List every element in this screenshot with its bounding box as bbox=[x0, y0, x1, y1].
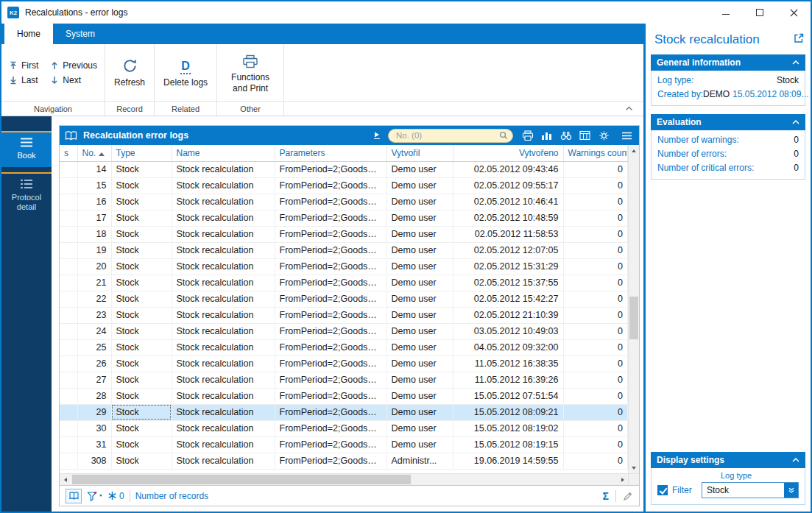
next-icon bbox=[50, 76, 59, 85]
cell-created-by: Administr... bbox=[386, 453, 453, 469]
dropdown-button[interactable] bbox=[784, 483, 798, 498]
previous-button[interactable]: Previous bbox=[50, 60, 97, 71]
scroll-left-button[interactable] bbox=[60, 474, 71, 485]
critical-errors-label: Number of critical errors: bbox=[657, 163, 754, 173]
open-external-icon[interactable] bbox=[794, 33, 804, 43]
grid-menu-icon[interactable] bbox=[620, 128, 634, 143]
filter-icon bbox=[87, 491, 97, 501]
column-header-vytvoril[interactable]: Vytvořil bbox=[386, 145, 453, 161]
sidebar-item-protocol-detail[interactable]: Protocol detail bbox=[1, 172, 52, 219]
table-row[interactable]: 26 Stock Stock recalculation FromPeriod=… bbox=[60, 355, 628, 372]
scroll-up-button[interactable] bbox=[629, 145, 639, 156]
search-icon[interactable] bbox=[499, 131, 508, 140]
search-input[interactable] bbox=[388, 129, 513, 143]
grid-title: Recalculation error logs bbox=[83, 130, 188, 141]
chart-icon[interactable] bbox=[540, 128, 554, 143]
column-header-s[interactable]: s bbox=[60, 145, 77, 161]
tab-system[interactable]: System bbox=[53, 24, 107, 44]
cell-created-by: Demo user bbox=[386, 388, 453, 404]
table-row[interactable]: 19 Stock Stock recalculation FromPeriod=… bbox=[60, 242, 628, 258]
cell-warnings-count: 0 bbox=[563, 194, 628, 210]
table-row[interactable]: 28 Stock Stock recalculation FromPeriod=… bbox=[60, 388, 628, 404]
functions-print-button[interactable]: Functions and Print bbox=[225, 51, 276, 94]
table-row[interactable]: 14 Stock Stock recalculation FromPeriod=… bbox=[60, 161, 628, 177]
table-row[interactable]: 18 Stock Stock recalculation FromPeriod=… bbox=[60, 226, 628, 242]
cell-no: 29 bbox=[77, 404, 111, 420]
column-header-name[interactable]: Name bbox=[172, 145, 275, 161]
table-row[interactable]: 16 Stock Stock recalculation FromPeriod=… bbox=[60, 194, 628, 210]
errors-label: Number of errors: bbox=[657, 149, 727, 159]
cell-no: 18 bbox=[77, 226, 111, 242]
table-row[interactable]: 29 Stock Stock recalculation FromPeriod=… bbox=[60, 404, 628, 420]
scroll-right-button[interactable] bbox=[617, 474, 628, 485]
column-header-type[interactable]: Type bbox=[111, 145, 172, 161]
tab-home[interactable]: Home bbox=[4, 24, 53, 44]
cell-created-by: Demo user bbox=[386, 210, 453, 226]
sort-asc-icon bbox=[99, 152, 105, 156]
column-header-warnings-count[interactable]: Warnings count bbox=[563, 145, 628, 161]
collapse-ribbon-icon[interactable] bbox=[625, 106, 633, 111]
refresh-button[interactable]: Refresh bbox=[113, 56, 146, 88]
table-row[interactable]: 30 Stock Stock recalculation FromPeriod=… bbox=[60, 420, 628, 436]
collapse-section-icon bbox=[792, 60, 799, 65]
table-row[interactable]: 23 Stock Stock recalculation FromPeriod=… bbox=[60, 307, 628, 323]
column-header-parameters[interactable]: Parameters bbox=[275, 145, 386, 161]
vertical-scroll-thumb[interactable] bbox=[629, 297, 638, 339]
section-evaluation: Evaluation Number of warnings: 0 Number … bbox=[651, 114, 805, 180]
maximize-button[interactable] bbox=[743, 1, 777, 24]
print-icon[interactable] bbox=[520, 128, 534, 143]
cell-parameters: FromPeriod=2;GoodsFil... bbox=[275, 258, 386, 275]
cell-warnings-count: 0 bbox=[563, 275, 628, 291]
sidebar-item-book[interactable]: Book bbox=[1, 131, 52, 167]
delete-logs-button[interactable]: D Delete logs bbox=[162, 56, 209, 88]
scroll-down-button[interactable] bbox=[629, 462, 639, 473]
cell-created-at: 11.05.2012 16:38:35 bbox=[453, 355, 563, 372]
log-type-label: Log type: bbox=[657, 75, 693, 85]
cell-created-at: 15.05.2012 08:19:02 bbox=[453, 420, 563, 436]
columns-icon[interactable] bbox=[578, 128, 592, 143]
table-row[interactable]: 17 Stock Stock recalculation FromPeriod=… bbox=[60, 210, 628, 226]
general-information-header[interactable]: General information bbox=[651, 54, 805, 71]
first-button[interactable]: First bbox=[9, 60, 38, 71]
cell-name: Stock recalculation bbox=[172, 323, 275, 339]
minimize-button[interactable] bbox=[709, 1, 743, 24]
ribbon-group-related: D Delete logs Related bbox=[155, 44, 217, 116]
cell-created-by: Demo user bbox=[386, 307, 453, 323]
vertical-scrollbar[interactable] bbox=[628, 145, 639, 473]
filter-checkbox[interactable] bbox=[657, 485, 668, 495]
table-row[interactable]: 25 Stock Stock recalculation FromPeriod=… bbox=[60, 339, 628, 355]
view-mode-button[interactable] bbox=[66, 489, 82, 503]
table-row[interactable]: 20 Stock Stock recalculation FromPeriod=… bbox=[60, 258, 628, 275]
next-button[interactable]: Next bbox=[50, 75, 97, 85]
edit-icon[interactable] bbox=[623, 491, 633, 501]
table-row[interactable]: 15 Stock Stock recalculation FromPeriod=… bbox=[60, 177, 628, 194]
evaluation-header[interactable]: Evaluation bbox=[651, 114, 805, 130]
display-settings-header[interactable]: Display settings bbox=[651, 452, 805, 468]
log-type-dropdown[interactable]: Stock bbox=[702, 482, 799, 498]
last-button[interactable]: Last bbox=[9, 75, 38, 85]
table-row[interactable]: 22 Stock Stock recalculation FromPeriod=… bbox=[60, 291, 628, 307]
gear-icon[interactable] bbox=[597, 128, 611, 143]
binoculars-icon[interactable] bbox=[559, 128, 573, 143]
group-label-navigation: Navigation bbox=[1, 101, 105, 116]
table-row[interactable]: 31 Stock Stock recalculation FromPeriod=… bbox=[60, 436, 628, 453]
table-row[interactable]: 308 Stock Stock recalculation FromPeriod… bbox=[60, 453, 628, 469]
cell-created-at: 02.05.2012 15:42:27 bbox=[453, 291, 563, 307]
filter-toggle[interactable]: Filter bbox=[657, 485, 692, 495]
table-row[interactable]: 27 Stock Stock recalculation FromPeriod=… bbox=[60, 372, 628, 388]
table-row[interactable]: 21 Stock Stock recalculation FromPeriod=… bbox=[60, 275, 628, 291]
close-button[interactable] bbox=[777, 1, 811, 24]
previous-icon bbox=[50, 61, 59, 70]
marked-records-indicator[interactable]: 0 bbox=[107, 491, 124, 501]
column-header-vytvoreno[interactable]: Vytvořeno bbox=[453, 145, 563, 161]
expand-arrow-icon[interactable] bbox=[374, 132, 380, 139]
filter-status-button[interactable] bbox=[87, 491, 102, 501]
cell-created-at: 02.05.2012 09:55:17 bbox=[453, 177, 563, 194]
sum-icon[interactable]: Σ bbox=[603, 491, 609, 501]
column-header-no[interactable]: No. bbox=[77, 145, 111, 161]
horizontal-scrollbar[interactable] bbox=[60, 474, 628, 485]
cell-s bbox=[60, 177, 77, 194]
cell-name: Stock recalculation bbox=[172, 226, 275, 242]
horizontal-scroll-thumb[interactable] bbox=[72, 475, 411, 484]
table-row[interactable]: 24 Stock Stock recalculation FromPeriod=… bbox=[60, 323, 628, 339]
